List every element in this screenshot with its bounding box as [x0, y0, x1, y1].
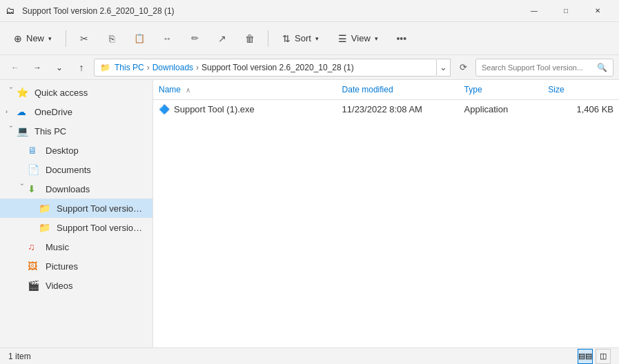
item-count: 1 item [8, 352, 31, 361]
item-icon-this-pc: 💻 [17, 125, 30, 136]
file-table: Name ∧ Date modified Type Size 🔷Support … [153, 80, 619, 119]
column-header-size[interactable]: Size [542, 80, 619, 99]
nav-bar: ← → ⌄ ↑ 📁 This PC › Downloads › Support … [0, 55, 619, 80]
search-icon: 🔍 [597, 63, 607, 72]
move-button[interactable]: ↔ [155, 26, 179, 51]
sidebar: ›⭐Quick access›☁OneDrive›💻This PC🖥Deskto… [0, 80, 153, 347]
title-bar-title: Support Tool version 2.6_2020_10_28 (1) [22, 6, 518, 16]
sidebar-item-support-tool-1[interactable]: 📁Support Tool version 2.6_202 [0, 199, 153, 218]
back-button[interactable]: ← [6, 58, 25, 77]
new-button[interactable]: ⊕ New ▾ [6, 26, 60, 51]
item-icon-quick-access: ⭐ [17, 87, 30, 98]
file-size-cell: 1,406 KB [542, 99, 619, 119]
cut-button[interactable]: ✂ [72, 26, 97, 51]
share-button[interactable]: ↗ [210, 26, 235, 51]
sidebar-item-label-downloads: Downloads [46, 184, 90, 194]
toolbar-divider-2 [268, 30, 268, 47]
sidebar-item-label-pictures: Pictures [46, 261, 78, 272]
sort-icon: ⇅ [282, 33, 291, 44]
sidebar-item-onedrive[interactable]: ›☁OneDrive [0, 102, 153, 121]
search-input[interactable] [482, 63, 594, 72]
breadcrumb-dropdown-button[interactable]: ⌄ [437, 59, 451, 77]
refresh-button[interactable]: ⟳ [453, 58, 473, 77]
view-label: View [351, 33, 371, 43]
title-bar-icon: 🗂 [6, 6, 17, 17]
maximize-button[interactable]: □ [550, 0, 582, 22]
up-button[interactable]: ↑ [72, 58, 91, 77]
file-name-text: Support Tool (1).exe [174, 104, 255, 114]
item-icon-support-tool-1: 📁 [39, 203, 52, 214]
sort-chevron-icon: ▾ [315, 35, 319, 42]
recent-button[interactable]: ⌄ [50, 58, 69, 77]
item-icon-desktop: 🖥 [28, 145, 41, 156]
list-view-button[interactable]: ▤▤ [578, 349, 593, 364]
view-chevron-icon: ▾ [375, 35, 378, 42]
sort-label: Sort [295, 33, 311, 43]
column-header-type[interactable]: Type [459, 80, 543, 99]
rename-button[interactable]: ✏ [182, 26, 207, 51]
expand-icon-this-pc: › [8, 125, 14, 136]
view-icon: ☰ [338, 33, 347, 44]
sidebar-item-support-tool-2[interactable]: 📁Support Tool version 2.6_202 [0, 218, 153, 237]
paste-button[interactable]: 📋 [127, 26, 152, 51]
sidebar-item-label-onedrive: OneDrive [35, 107, 72, 117]
sidebar-item-label-music: Music [46, 242, 69, 252]
sidebar-item-label-videos: Videos [46, 281, 73, 291]
new-label: New [26, 33, 44, 43]
column-header-name[interactable]: Name ∧ [153, 80, 337, 99]
new-chevron-icon: ▾ [48, 35, 52, 42]
sidebar-item-label-quick-access: Quick access [35, 88, 88, 98]
more-options-button[interactable]: ••• [389, 26, 414, 51]
breadcrumb-thispc[interactable]: This PC [115, 63, 144, 72]
sidebar-item-label-this-pc: This PC [35, 126, 66, 136]
item-icon-downloads: ⬇ [28, 183, 41, 194]
forward-button[interactable]: → [28, 58, 47, 77]
sidebar-item-label-support-tool-1: Support Tool version 2.6_202 [57, 203, 147, 214]
breadcrumb-downloads[interactable]: Downloads [153, 63, 193, 72]
sidebar-item-label-documents: Documents [46, 165, 91, 175]
item-icon-videos: 🎬 [28, 280, 41, 291]
main-layout: ›⭐Quick access›☁OneDrive›💻This PC🖥Deskto… [0, 80, 619, 347]
breadcrumb-current: Support Tool version 2.6_2020_10_28 (1) [202, 63, 354, 72]
view-button[interactable]: ☰ View ▾ [330, 26, 386, 51]
title-bar-controls: — □ ✕ [518, 0, 613, 22]
file-date-cell: 11/23/2022 8:08 AM [337, 99, 459, 119]
content-area: Name ∧ Date modified Type Size 🔷Support … [153, 80, 619, 347]
item-icon-music: ♫ [28, 241, 41, 252]
sidebar-item-label-desktop: Desktop [46, 145, 79, 156]
item-icon-documents: 📄 [28, 164, 41, 175]
sort-button[interactable]: ⇅ Sort ▾ [274, 26, 327, 51]
sidebar-item-music[interactable]: ♫Music [0, 237, 153, 256]
sidebar-item-quick-access[interactable]: ›⭐Quick access [0, 83, 153, 102]
sidebar-item-downloads[interactable]: ›⬇Downloads [0, 179, 153, 199]
item-icon-support-tool-2: 📁 [39, 222, 52, 233]
close-button[interactable]: ✕ [582, 0, 613, 22]
search-box[interactable]: 🔍 [475, 59, 613, 77]
sidebar-item-videos[interactable]: 🎬Videos [0, 276, 153, 295]
toolbar: ⊕ New ▾ ✂ ⎘ 📋 ↔ ✏ ↗ 🗑 ⇅ Sort ▾ ☰ View ▾ … [0, 22, 619, 55]
column-header-date[interactable]: Date modified [337, 80, 459, 99]
delete-button[interactable]: 🗑 [237, 26, 262, 51]
file-type-cell: Application [459, 99, 543, 119]
item-icon-pictures: 🖼 [28, 261, 41, 272]
minimize-button[interactable]: — [518, 0, 550, 22]
title-bar: 🗂 Support Tool version 2.6_2020_10_28 (1… [0, 0, 619, 22]
sidebar-item-label-support-tool-2: Support Tool version 2.6_202 [57, 223, 147, 233]
sidebar-item-documents[interactable]: 📄Documents [0, 160, 153, 179]
toolbar-divider-1 [66, 30, 66, 47]
sidebar-item-pictures[interactable]: 🖼Pictures [0, 256, 153, 276]
status-bar: 1 item ▤▤ ◫ [0, 347, 619, 364]
file-icon: 🔷 [159, 104, 170, 114]
grid-view-button[interactable]: ◫ [596, 349, 611, 364]
breadcrumb-folder-icon: 📁 [100, 63, 110, 72]
sidebar-item-this-pc[interactable]: ›💻This PC [0, 121, 153, 141]
view-toggle-group: ▤▤ ◫ [578, 349, 611, 364]
expand-icon-quick-access: › [8, 87, 14, 98]
expand-icon-downloads: › [19, 183, 26, 194]
sidebar-item-desktop[interactable]: 🖥Desktop [0, 141, 153, 160]
copy-button[interactable]: ⎘ [99, 26, 124, 51]
item-icon-onedrive: ☁ [17, 106, 30, 117]
table-row[interactable]: 🔷Support Tool (1).exe11/23/2022 8:08 AMA… [153, 99, 619, 119]
new-icon: ⊕ [14, 33, 22, 44]
breadcrumb-bar[interactable]: 📁 This PC › Downloads › Support Tool ver… [94, 59, 437, 77]
